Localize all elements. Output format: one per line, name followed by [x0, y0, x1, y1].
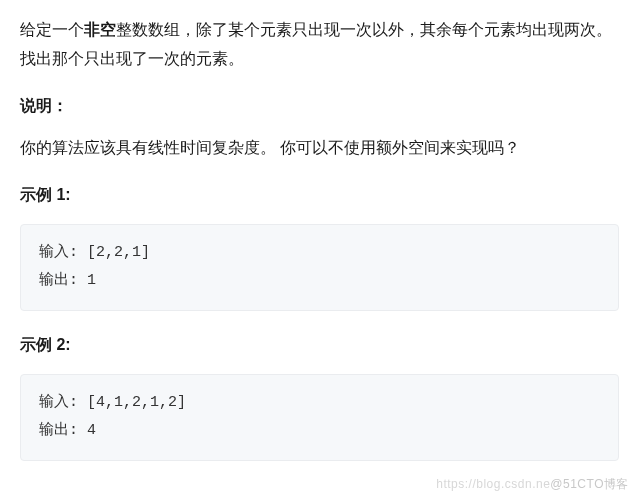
watermark-faint: https://blog.csdn.ne	[436, 477, 550, 491]
example-output-row: 输出: 4	[39, 417, 600, 446]
intro-before: 给定一个	[20, 21, 84, 38]
example-input-row: 输入: [4,1,2,1,2]	[39, 389, 600, 418]
example-code-block: 输入: [4,1,2,1,2] 输出: 4	[20, 374, 619, 461]
output-label: 输出:	[39, 422, 87, 439]
example-heading: 示例 2:	[20, 331, 619, 360]
input-value: [4,1,2,1,2]	[87, 394, 186, 411]
example-heading: 示例 1:	[20, 181, 619, 210]
input-label: 输入:	[39, 244, 87, 261]
example-code-block: 输入: [2,2,1] 输出: 1	[20, 224, 619, 311]
input-value: [2,2,1]	[87, 244, 150, 261]
watermark-brand: @51CTO博客	[550, 477, 629, 491]
output-label: 输出:	[39, 272, 87, 289]
output-value: 4	[87, 422, 96, 439]
note-heading: 说明：	[20, 92, 619, 121]
problem-description: 给定一个非空整数数组，除了某个元素只出现一次以外，其余每个元素均出现两次。找出那…	[20, 16, 619, 74]
watermark: https://blog.csdn.ne@51CTO博客	[436, 474, 629, 496]
intro-bold: 非空	[84, 21, 116, 38]
example-input-row: 输入: [2,2,1]	[39, 239, 600, 268]
note-text: 你的算法应该具有线性时间复杂度。 你可以不使用额外空间来实现吗？	[20, 134, 619, 163]
output-value: 1	[87, 272, 96, 289]
example-output-row: 输出: 1	[39, 267, 600, 296]
input-label: 输入:	[39, 394, 87, 411]
